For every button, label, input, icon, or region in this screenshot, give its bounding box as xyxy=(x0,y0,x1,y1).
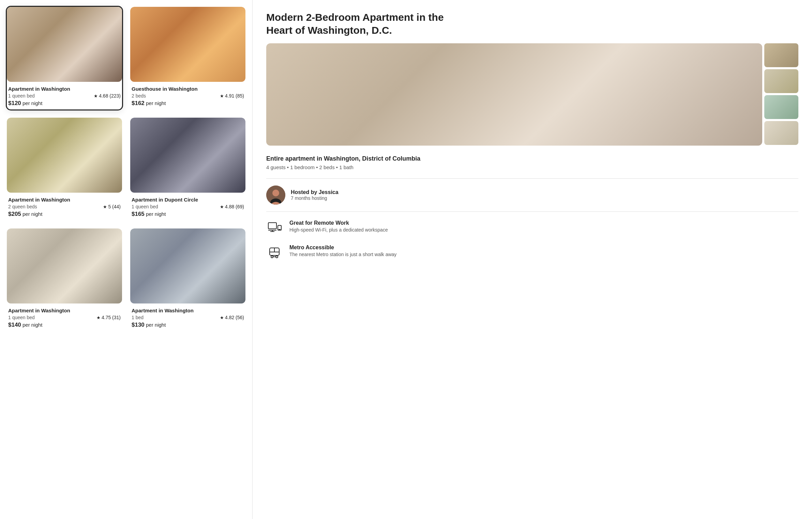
listing-beds-3: 2 queen beds xyxy=(8,204,37,209)
listing-meta-row-6: 1 bed ★ 4.82 (56) xyxy=(132,315,244,320)
thumb-photo-3[interactable] xyxy=(764,121,798,145)
avatar-icon xyxy=(266,186,285,205)
svg-point-12 xyxy=(276,256,278,258)
detail-panel: Modern 2-Bedroom Apartment in the Heart … xyxy=(253,0,812,519)
host-duration: 7 months hosting xyxy=(291,195,339,201)
listing-beds-4: 1 queen bed xyxy=(132,204,158,209)
listing-beds-1: 1 queen bed xyxy=(8,93,35,99)
listing-meta-row-1: 1 queen bed ★ 4.68 (223) xyxy=(8,93,121,99)
detail-title: Modern 2-Bedroom Apartment in the Heart … xyxy=(266,11,471,36)
amenity-text-0: Great for Remote Work High-speed Wi-Fi, … xyxy=(289,220,388,233)
listing-beds-2: 2 beds xyxy=(132,93,146,99)
thumb-photos xyxy=(764,43,798,146)
listing-info-2: Guesthouse in Washington 2 beds ★ 4.91 (… xyxy=(130,82,245,109)
listing-price-6: $130 per night xyxy=(132,322,244,328)
listing-beds-5: 1 queen bed xyxy=(8,315,35,320)
host-name: Hosted by Jessica xyxy=(291,189,339,195)
amenity-row-0: Great for Remote Work High-speed Wi-Fi, … xyxy=(266,220,798,236)
listing-image-5 xyxy=(7,228,122,303)
listing-info-3: Apartment in Washington 2 queen beds ★ 5… xyxy=(7,193,122,220)
listing-rating-3: ★ 5 (44) xyxy=(103,204,121,209)
listing-price-3: $205 per night xyxy=(8,211,121,218)
detail-subtitle: Entire apartment in Washington, District… xyxy=(266,155,798,162)
star-icon-3: ★ xyxy=(103,204,107,209)
amenity-title-0: Great for Remote Work xyxy=(289,220,388,226)
listing-card-2[interactable]: Guesthouse in Washington 2 beds ★ 4.91 (… xyxy=(130,7,245,109)
listing-card-6[interactable]: Apartment in Washington 1 bed ★ 4.82 (56… xyxy=(130,228,245,331)
host-info: Hosted by Jessica 7 months hosting xyxy=(291,189,339,201)
listing-meta-row-2: 2 beds ★ 4.91 (85) xyxy=(132,93,244,99)
star-icon-5: ★ xyxy=(96,315,101,320)
listing-image-1 xyxy=(7,7,122,82)
listing-card-4[interactable]: Apartment in Dupont Circle 1 queen bed ★… xyxy=(130,118,245,220)
star-icon-6: ★ xyxy=(220,315,224,320)
amenities-list: Great for Remote Work High-speed Wi-Fi, … xyxy=(266,220,798,261)
metro-icon xyxy=(266,244,283,261)
listings-panel: Apartment in Washington 1 queen bed ★ 4.… xyxy=(0,0,252,519)
host-avatar xyxy=(266,186,285,205)
svg-point-1 xyxy=(272,190,279,196)
listing-info-5: Apartment in Washington 1 queen bed ★ 4.… xyxy=(7,303,122,331)
detail-photos xyxy=(266,43,798,146)
svg-point-11 xyxy=(271,256,273,258)
listing-title-2: Guesthouse in Washington xyxy=(132,86,244,92)
listing-rating-4: ★ 4.88 (69) xyxy=(220,204,244,209)
host-row: Hosted by Jessica 7 months hosting xyxy=(266,178,798,212)
listing-title-1: Apartment in Washington xyxy=(8,86,121,92)
listing-rating-2: ★ 4.91 (85) xyxy=(220,93,244,99)
listing-image-4 xyxy=(130,118,245,193)
metro-svg xyxy=(267,245,282,260)
main-photo[interactable] xyxy=(266,43,762,146)
listing-rating-6: ★ 4.82 (56) xyxy=(220,315,244,320)
listing-image-2 xyxy=(130,7,245,82)
listing-meta-row-3: 2 queen beds ★ 5 (44) xyxy=(8,204,121,209)
thumb-photo-2[interactable] xyxy=(764,95,798,119)
listing-card-5[interactable]: Apartment in Washington 1 queen bed ★ 4.… xyxy=(7,228,122,331)
amenity-text-1: Metro Accessible The nearest Metro stati… xyxy=(289,244,396,257)
listing-card-3[interactable]: Apartment in Washington 2 queen beds ★ 5… xyxy=(7,118,122,220)
listing-title-3: Apartment in Washington xyxy=(8,197,121,203)
listing-beds-6: 1 bed xyxy=(132,315,144,320)
listing-image-6 xyxy=(130,228,245,303)
thumb-photo-1[interactable] xyxy=(764,69,798,93)
listing-meta-row-5: 1 queen bed ★ 4.75 (31) xyxy=(8,315,121,320)
remote-work-icon xyxy=(266,220,283,236)
listing-title-4: Apartment in Dupont Circle xyxy=(132,197,244,203)
listing-card-1[interactable]: Apartment in Washington 1 queen bed ★ 4.… xyxy=(7,7,122,109)
listing-rating-5: ★ 4.75 (31) xyxy=(96,315,121,320)
remote-work-svg xyxy=(267,221,282,236)
listing-info-1: Apartment in Washington 1 queen bed ★ 4.… xyxy=(7,82,122,109)
amenity-desc-1: The nearest Metro station is just a shor… xyxy=(289,252,396,257)
listing-title-6: Apartment in Washington xyxy=(132,308,244,313)
amenity-row-1: Metro Accessible The nearest Metro stati… xyxy=(266,244,798,261)
svg-rect-3 xyxy=(268,223,276,229)
detail-meta: 4 guests • 1 bedroom • 2 beds • 1 bath xyxy=(266,164,798,170)
listing-rating-1: ★ 4.68 (223) xyxy=(94,93,121,99)
star-icon-1: ★ xyxy=(94,93,98,99)
listing-price-1: $120 per night xyxy=(8,100,121,107)
listing-price-5: $140 per night xyxy=(8,322,121,328)
star-icon-2: ★ xyxy=(220,93,224,99)
listing-title-5: Apartment in Washington xyxy=(8,308,121,313)
listing-image-3 xyxy=(7,118,122,193)
thumb-photo-0[interactable] xyxy=(764,43,798,67)
listing-meta-row-4: 1 queen bed ★ 4.88 (69) xyxy=(132,204,244,209)
listing-price-2: $162 per night xyxy=(132,100,244,107)
star-icon-4: ★ xyxy=(220,204,224,209)
listing-info-6: Apartment in Washington 1 bed ★ 4.82 (56… xyxy=(130,303,245,331)
listing-info-4: Apartment in Dupont Circle 1 queen bed ★… xyxy=(130,193,245,220)
amenity-title-1: Metro Accessible xyxy=(289,244,396,251)
amenity-desc-0: High-speed Wi-Fi, plus a dedicated works… xyxy=(289,227,388,233)
listing-price-4: $165 per night xyxy=(132,211,244,218)
